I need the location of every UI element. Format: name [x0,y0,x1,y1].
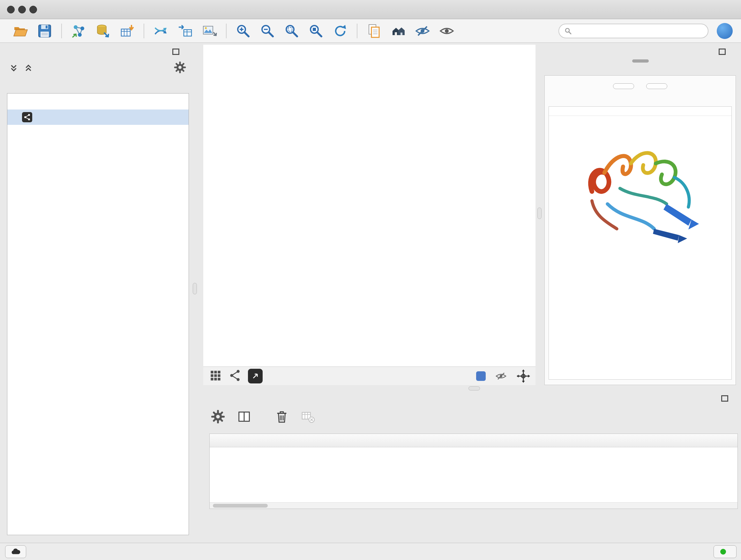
image-icon [202,23,217,39]
network-overview-icon[interactable] [228,368,242,384]
hidden-items-icon [495,370,508,382]
grid-view-icon[interactable] [208,368,222,384]
network-canvas[interactable] [203,45,536,367]
toolbar-separator [144,23,144,38]
cloud-icon [10,548,21,556]
panel-float-icon[interactable] [721,395,728,401]
zoom-in-button[interactable] [231,21,255,41]
protein-card [549,106,732,380]
help-button[interactable] [717,23,733,39]
eye-slash-icon [415,23,430,39]
search-box[interactable] [558,23,709,38]
string-results-box [544,75,736,385]
zoom-fit-button[interactable] [280,21,304,41]
import-network-icon [71,23,86,39]
import-network-file-button[interactable] [66,21,91,41]
panel-float-icon[interactable] [172,49,179,55]
window-close-button[interactable] [7,6,15,13]
copy-document-icon [366,23,382,39]
network-view-toolbar [203,367,536,385]
horizontal-scrollbar[interactable] [210,502,738,509]
preview-button[interactable] [434,21,459,41]
network-row-selected[interactable] [7,110,189,125]
export-image-button[interactable] [197,21,221,41]
zoom-fit-icon [284,23,299,39]
search-icon [564,27,572,35]
expand-all-icon[interactable] [23,63,33,73]
memory-status-dot [720,549,726,555]
import-table-file-button[interactable] [115,21,139,41]
columns-icon [237,409,252,424]
toolbar-separator [357,23,357,38]
show-columns-button[interactable] [237,409,252,425]
collapse-all-button[interactable] [646,83,667,89]
memory-button[interactable] [714,545,737,558]
results-panel [542,45,738,387]
curved-arrows-icon [153,23,169,39]
delete-table-button-disabled[interactable] [300,409,315,425]
import-network-database-button[interactable] [91,21,115,41]
refresh-icon [333,23,348,39]
splitter-handle-left[interactable] [193,283,197,294]
zoom-out-button[interactable] [255,21,280,41]
selected-items-checkbox[interactable] [476,371,486,381]
search-input[interactable] [575,26,703,36]
splitter-handle-right[interactable] [537,207,542,219]
delete-table-icon [300,409,315,424]
network-list [7,93,189,535]
save-icon [37,23,52,39]
status-bar [0,543,741,560]
protein-structure-image [549,126,731,251]
zoom-in-icon [235,23,251,39]
main-toolbar [0,19,741,43]
import-table-icon [119,23,135,39]
window-zoom-button[interactable] [29,6,37,13]
table-row[interactable] [210,447,738,461]
table-header-row [210,434,738,447]
string-tab-badge[interactable] [632,59,649,63]
protein-description [549,116,731,120]
copy-document-button[interactable] [362,21,386,41]
network-from-table-button[interactable] [173,21,197,41]
network-options-gear[interactable] [174,61,186,75]
scrollbar-thumb[interactable] [213,504,268,508]
zoom-selected-button[interactable] [304,21,328,41]
trash-icon [274,409,289,424]
open-session-button[interactable] [8,21,32,41]
eye-icon [439,23,455,39]
node-table [209,434,738,509]
delete-column-button[interactable] [274,409,289,425]
string-network-icon [22,112,32,122]
collapse-all-icon[interactable] [9,63,18,73]
database-icon [95,23,111,39]
home-button[interactable] [386,21,410,41]
refresh-view-button[interactable] [328,21,352,41]
table-panel [195,391,741,539]
birdseye-toggle-button[interactable] [248,369,263,383]
expand-all-button[interactable] [613,83,634,89]
zoom-out-icon [260,23,275,39]
cloud-button[interactable] [5,545,26,558]
panel-float-icon[interactable] [719,49,726,55]
window-minimize-button[interactable] [18,6,26,13]
toolbar-separator [226,23,226,38]
fit-content-icon[interactable] [516,369,530,383]
zoom-selected-icon [308,23,324,39]
table-options-gear[interactable] [211,409,225,425]
home-houses-icon [391,23,406,39]
titlebar [0,0,741,19]
control-panel [3,45,192,539]
arrow-table-icon [178,23,193,39]
network-graph [203,45,536,367]
open-folder-icon [13,23,28,39]
splitter-handle-bottom[interactable] [468,386,480,390]
network-collection-row[interactable] [7,94,189,110]
save-session-button[interactable] [32,21,57,41]
toolbar-separator [61,23,62,38]
arrow-up-right-icon [251,371,260,381]
crosslinks-title [549,251,731,261]
network-from-selection-button[interactable] [149,21,173,41]
hide-show-button[interactable] [410,21,434,41]
